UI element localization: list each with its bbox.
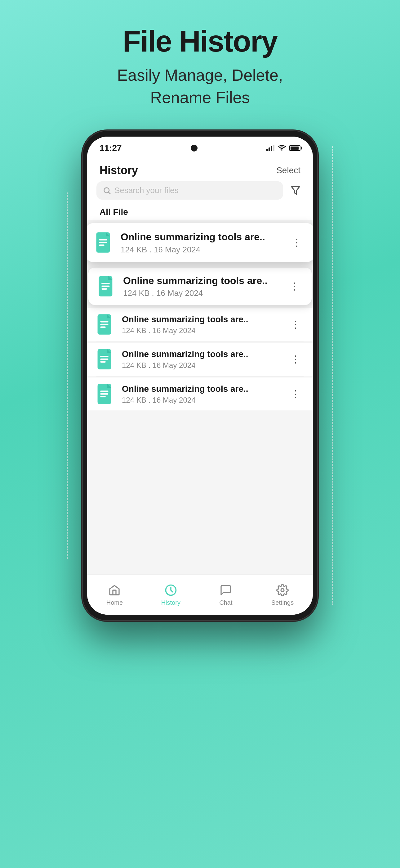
file-name: Online summarizing tools are.. [121, 231, 284, 244]
file-name: Online summarizing tools are.. [122, 349, 282, 360]
svg-point-24 [281, 589, 284, 592]
page-header: File History Easily Manage, Delete, Rena… [0, 0, 400, 128]
svg-rect-20 [100, 391, 108, 392]
filter-icon [290, 185, 301, 196]
file-name: Online summarizing tools are.. [123, 274, 281, 287]
file-info: Online summarizing tools are.. 124 KB . … [123, 274, 281, 298]
more-options-button[interactable]: ⋮ [287, 279, 302, 293]
search-input-wrap[interactable]: Sesarch your files [96, 181, 283, 199]
svg-rect-18 [100, 361, 106, 363]
file-meta: 124 KB . 16 May 2024 [123, 288, 281, 298]
nav-item-home[interactable]: Home [106, 583, 123, 606]
svg-rect-6 [99, 245, 104, 246]
phone-container: 11:27 [82, 130, 318, 621]
search-placeholder: Sesarch your files [114, 186, 178, 195]
svg-rect-21 [100, 393, 108, 395]
file-icon [96, 314, 116, 335]
list-divider [96, 341, 304, 342]
select-button[interactable]: Select [276, 165, 300, 176]
home-icon [107, 583, 122, 597]
list-divider [96, 376, 304, 377]
file-item[interactable]: Online summarizing tools are.. 124 KB . … [87, 343, 313, 376]
svg-rect-22 [100, 396, 106, 397]
nav-label-home: Home [106, 599, 123, 606]
file-icon [95, 231, 115, 253]
featured-bottom-wrapper: Online summarizing tools are.. 124 KB . … [87, 265, 313, 308]
status-icons [266, 145, 300, 152]
nav-item-history[interactable]: History [161, 583, 180, 606]
dashed-left [67, 192, 68, 559]
phone-screen: 11:27 [87, 136, 313, 615]
featured-top-wrapper: Online summarizing tools are.. 124 KB . … [87, 220, 313, 265]
svg-rect-17 [100, 359, 108, 360]
nav-label-history: History [161, 599, 180, 606]
file-item-featured-bottom[interactable]: Online summarizing tools are.. 124 KB . … [88, 268, 312, 305]
nav-item-chat[interactable]: Chat [219, 583, 233, 606]
section-label: All File [87, 203, 313, 220]
file-item[interactable]: Online summarizing tools are.. 124 KB . … [87, 308, 313, 341]
signal-icon [266, 145, 274, 151]
phone-frame: 11:27 [82, 130, 318, 621]
status-time: 11:27 [100, 143, 122, 153]
file-info: Online summarizing tools are.. 124 KB . … [122, 383, 282, 404]
more-options-button[interactable]: ⋮ [288, 352, 304, 366]
wifi-icon [277, 145, 286, 152]
nav-label-chat: Chat [219, 599, 232, 606]
svg-rect-12 [100, 321, 108, 322]
chat-icon [219, 583, 233, 597]
file-name: Online summarizing tools are.. [122, 383, 282, 395]
file-info: Online summarizing tools are.. 124 KB . … [122, 314, 282, 335]
history-icon [164, 583, 178, 597]
settings-icon [275, 583, 290, 597]
filter-button[interactable] [288, 183, 304, 199]
file-meta: 124 KB . 16 May 2024 [122, 396, 282, 404]
svg-rect-5 [99, 242, 107, 243]
app-topbar: History Select [87, 158, 313, 181]
page-title: File History [0, 25, 400, 58]
status-bar: 11:27 [87, 136, 313, 158]
file-meta: 124 KB . 16 May 2024 [122, 326, 282, 335]
more-options-button[interactable]: ⋮ [289, 235, 305, 250]
battery-icon [289, 145, 300, 151]
svg-rect-14 [100, 327, 106, 328]
svg-marker-2 [292, 186, 300, 194]
file-meta: 124 KB . 16 May 2024 [122, 361, 282, 370]
file-icon [96, 348, 116, 370]
page-subtitle: Easily Manage, Delete, Rename Files [0, 64, 400, 109]
more-options-button[interactable]: ⋮ [288, 387, 304, 401]
dashed-right [332, 146, 333, 606]
svg-rect-10 [101, 288, 107, 289]
nav-item-settings[interactable]: Settings [271, 583, 294, 606]
svg-rect-8 [101, 283, 109, 284]
file-item[interactable]: Online summarizing tools are.. 124 KB . … [87, 377, 313, 410]
file-list-container: Online summarizing tools are.. 124 KB . … [87, 220, 313, 410]
file-name: Online summarizing tools are.. [122, 314, 282, 325]
svg-rect-4 [99, 239, 107, 240]
bottom-nav: Home History [87, 574, 313, 615]
search-bar-row: Sesarch your files [87, 181, 313, 203]
file-icon [98, 275, 118, 297]
svg-rect-9 [101, 286, 109, 287]
svg-rect-16 [100, 356, 108, 357]
file-icon [96, 383, 116, 405]
svg-rect-13 [100, 324, 108, 325]
nav-label-settings: Settings [271, 599, 294, 606]
file-info: Online summarizing tools are.. 124 KB . … [121, 231, 284, 254]
search-icon [103, 186, 111, 195]
file-item-featured-top[interactable]: Online summarizing tools are.. 124 KB . … [87, 223, 313, 262]
app-header-title: History [100, 164, 138, 177]
file-info: Online summarizing tools are.. 124 KB . … [122, 349, 282, 370]
camera-notch [191, 145, 198, 152]
more-options-button[interactable]: ⋮ [288, 317, 304, 332]
svg-line-1 [108, 192, 110, 194]
page-background: File History Easily Manage, Delete, Rena… [0, 0, 400, 128]
file-meta: 124 KB . 16 May 2024 [121, 245, 284, 254]
